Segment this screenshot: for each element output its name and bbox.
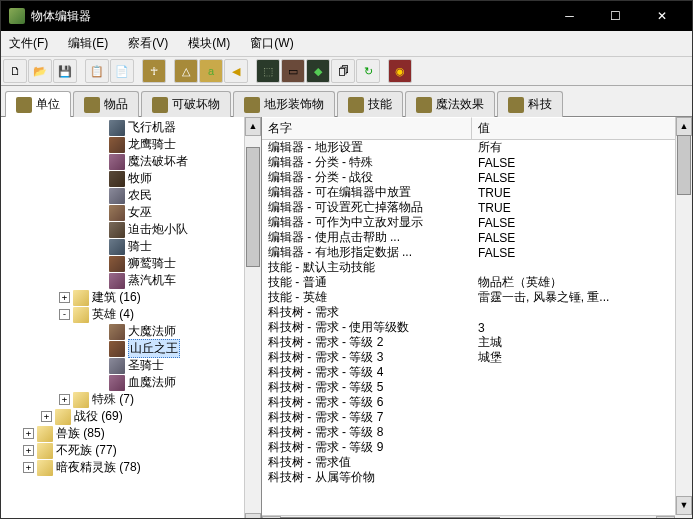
expand-toggle[interactable]: + (23, 445, 34, 456)
expand-toggle[interactable]: - (59, 309, 70, 320)
node-icon (37, 460, 53, 476)
property-row[interactable]: 编辑器 - 分类 - 战役FALSE (262, 170, 692, 185)
menu-window[interactable]: 窗口(W) (246, 33, 297, 54)
tool-5[interactable]: ⬚ (256, 59, 280, 83)
list-scrollbar-v[interactable] (675, 117, 692, 515)
tree-node[interactable]: +兽族 (85) (1, 425, 261, 442)
node-label: 英雄 (4) (92, 306, 134, 323)
unit-tree[interactable]: 飞行机器龙鹰骑士魔法破坏者牧师农民女巫迫击炮小队骑士狮鹫骑士蒸汽机车+建筑 (1… (1, 117, 261, 519)
tree-node[interactable]: 飞行机器 (1, 119, 261, 136)
list-scrollbar-h[interactable] (262, 515, 675, 519)
property-row[interactable]: 编辑器 - 可作为中立敌对显示FALSE (262, 215, 692, 230)
expand-toggle[interactable]: + (59, 292, 70, 303)
expand-toggle[interactable]: + (23, 428, 34, 439)
node-icon (109, 273, 125, 289)
property-row[interactable]: 科技树 - 需求 - 等级 4 (262, 365, 692, 380)
paste-button[interactable]: 📄 (110, 59, 134, 83)
open-button[interactable]: 📂 (28, 59, 52, 83)
tree-node[interactable]: +不死族 (77) (1, 442, 261, 459)
expand-toggle[interactable]: + (23, 462, 34, 473)
property-row[interactable]: 科技树 - 需求 - 等级 2主城 (262, 335, 692, 350)
tab-buff[interactable]: 魔法效果 (405, 91, 495, 117)
property-row[interactable]: 科技树 - 需求 - 等级 7 (262, 410, 692, 425)
tree-node[interactable]: 女巫 (1, 204, 261, 221)
tree-node[interactable]: 狮鹫骑士 (1, 255, 261, 272)
tool-10[interactable]: ◉ (388, 59, 412, 83)
property-row[interactable]: 编辑器 - 可设置死亡掉落物品TRUE (262, 200, 692, 215)
property-list[interactable]: 编辑器 - 地形设置所有编辑器 - 分类 - 特殊FALSE编辑器 - 分类 -… (262, 140, 692, 519)
tool-8[interactable]: 🗍 (331, 59, 355, 83)
tree-node[interactable]: 牧师 (1, 170, 261, 187)
tool-3[interactable]: a (199, 59, 223, 83)
tool-7[interactable]: ◆ (306, 59, 330, 83)
tree-node[interactable]: 农民 (1, 187, 261, 204)
tree-node[interactable]: 血魔法师 (1, 374, 261, 391)
tool-9[interactable]: ↻ (356, 59, 380, 83)
tab-item[interactable]: 物品 (73, 91, 139, 117)
tree-node[interactable]: +特殊 (7) (1, 391, 261, 408)
prop-value: 所有 (472, 140, 692, 156)
property-row[interactable]: 科技树 - 需求 - 等级 3城堡 (262, 350, 692, 365)
close-button[interactable]: ✕ (639, 1, 684, 31)
prop-value: FALSE (472, 231, 692, 245)
new-button[interactable]: 🗋 (3, 59, 27, 83)
property-row[interactable]: 编辑器 - 可在编辑器中放置TRUE (262, 185, 692, 200)
tab-upgrade[interactable]: 科技 (497, 91, 563, 117)
property-row[interactable]: 科技树 - 需求 - 等级 9 (262, 440, 692, 455)
tree-node[interactable]: +战役 (69) (1, 408, 261, 425)
tree-scrollbar[interactable] (244, 117, 261, 519)
copy-button[interactable]: 📋 (85, 59, 109, 83)
tree-node[interactable]: 山丘之王 (1, 340, 261, 357)
menu-file[interactable]: 文件(F) (5, 33, 52, 54)
tab-doodad[interactable]: 地形装饰物 (233, 91, 335, 117)
property-row[interactable]: 科技树 - 需求 - 使用等级数3 (262, 320, 692, 335)
property-row[interactable]: 技能 - 普通物品栏（英雄） (262, 275, 692, 290)
property-row[interactable]: 编辑器 - 有地形指定数据 ...FALSE (262, 245, 692, 260)
tree-node[interactable]: -英雄 (4) (1, 306, 261, 323)
property-header: 名字 值 (262, 117, 692, 140)
tree-node[interactable]: +建筑 (16) (1, 289, 261, 306)
tree-node[interactable]: 蒸汽机车 (1, 272, 261, 289)
node-label: 大魔法师 (128, 323, 176, 340)
tool-6[interactable]: ▭ (281, 59, 305, 83)
column-value[interactable]: 值 (472, 117, 692, 139)
tree-node[interactable]: 魔法破坏者 (1, 153, 261, 170)
tree-node[interactable]: 大魔法师 (1, 323, 261, 340)
expand-toggle[interactable]: + (59, 394, 70, 405)
titlebar[interactable]: 物体编辑器 ─ ☐ ✕ (1, 1, 692, 31)
tab-ability[interactable]: 技能 (337, 91, 403, 117)
tree-node[interactable]: 骑士 (1, 238, 261, 255)
tool-1[interactable]: ☥ (142, 59, 166, 83)
node-label: 魔法破坏者 (128, 153, 188, 170)
property-row[interactable]: 编辑器 - 分类 - 特殊FALSE (262, 155, 692, 170)
property-row[interactable]: 科技树 - 需求值 (262, 455, 692, 470)
save-button[interactable]: 💾 (53, 59, 77, 83)
property-row[interactable]: 技能 - 英雄雷霆一击, 风暴之锤, 重... (262, 290, 692, 305)
property-row[interactable]: 科技树 - 需求 (262, 305, 692, 320)
tree-scroll-thumb[interactable] (246, 147, 260, 267)
node-label: 建筑 (16) (92, 289, 141, 306)
expand-toggle[interactable]: + (41, 411, 52, 422)
property-row[interactable]: 编辑器 - 地形设置所有 (262, 140, 692, 155)
property-row[interactable]: 科技树 - 需求 - 等级 6 (262, 395, 692, 410)
tool-2[interactable]: △ (174, 59, 198, 83)
list-scroll-thumb-v[interactable] (677, 135, 691, 195)
menu-edit[interactable]: 编辑(E) (64, 33, 112, 54)
property-row[interactable]: 科技树 - 需求 - 等级 5 (262, 380, 692, 395)
tree-node[interactable]: 迫击炮小队 (1, 221, 261, 238)
tab-unit[interactable]: 单位 (5, 91, 71, 117)
column-name[interactable]: 名字 (262, 117, 472, 139)
property-row[interactable]: 技能 - 默认主动技能 (262, 260, 692, 275)
tool-4[interactable]: ◀ (224, 59, 248, 83)
menu-module[interactable]: 模块(M) (184, 33, 234, 54)
property-row[interactable]: 编辑器 - 使用点击帮助 ...FALSE (262, 230, 692, 245)
minimize-button[interactable]: ─ (547, 1, 592, 31)
tree-node[interactable]: 圣骑士 (1, 357, 261, 374)
tree-node[interactable]: 龙鹰骑士 (1, 136, 261, 153)
menu-view[interactable]: 察看(V) (124, 33, 172, 54)
property-row[interactable]: 科技树 - 从属等价物 (262, 470, 692, 485)
maximize-button[interactable]: ☐ (593, 1, 638, 31)
tree-node[interactable]: +暗夜精灵族 (78) (1, 459, 261, 476)
property-row[interactable]: 科技树 - 需求 - 等级 8 (262, 425, 692, 440)
tab-destructible[interactable]: 可破坏物 (141, 91, 231, 117)
